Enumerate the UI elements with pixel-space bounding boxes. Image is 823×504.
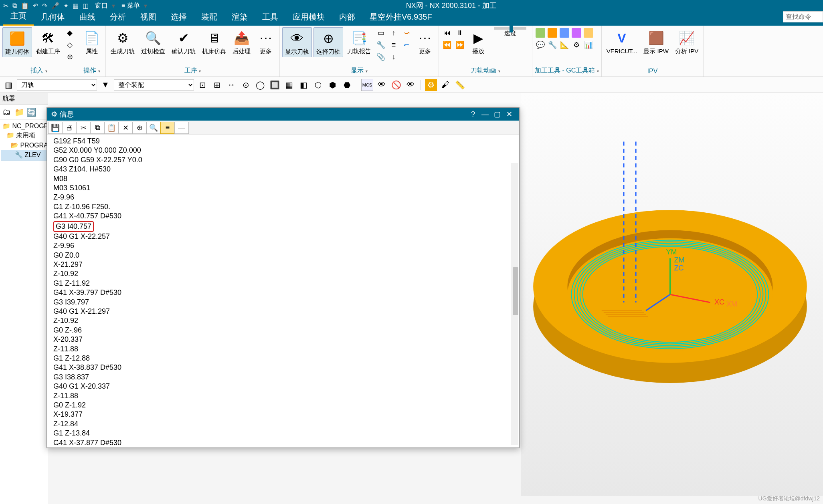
- chip-icon[interactable]: 📊: [583, 39, 594, 50]
- chip-icon[interactable]: [559, 27, 570, 38]
- chip-icon[interactable]: [571, 27, 582, 38]
- gcode-line[interactable]: G90 G0 G59 X-22.257 Y0.0: [53, 155, 513, 165]
- toolpath-report-button[interactable]: 📑刀轨报告: [345, 27, 374, 56]
- gear-icon[interactable]: ⚙: [425, 79, 437, 91]
- arc2-icon[interactable]: ⤺: [401, 39, 412, 50]
- gcode-line[interactable]: G3 I40.757: [53, 221, 513, 232]
- filter-select-1[interactable]: 刀轨: [17, 79, 97, 91]
- ruler-icon[interactable]: 📏: [454, 79, 466, 91]
- arrow-down-icon[interactable]: ↓: [388, 51, 399, 62]
- chip-icon[interactable]: ⚙: [571, 39, 582, 50]
- nav-icon[interactable]: 🗂: [2, 107, 12, 117]
- more-button[interactable]: ⋯更多: [255, 27, 277, 56]
- verify-button[interactable]: 🖥机床仿真: [200, 27, 228, 56]
- gcode-line[interactable]: G0 Z-1.92: [53, 401, 513, 410]
- generate-toolpath-button[interactable]: ⚙生成刀轨: [108, 27, 137, 56]
- play-button[interactable]: ▶播放: [467, 27, 489, 56]
- gcode-line[interactable]: G41 X-40.757 D#530: [53, 212, 513, 221]
- chevron-down-icon[interactable]: ▾: [144, 2, 147, 10]
- star-icon[interactable]: ✦: [63, 2, 69, 10]
- gcode-line[interactable]: G1 Z-13.84: [53, 429, 513, 438]
- find-icon[interactable]: 🔍: [146, 122, 161, 134]
- tab-2[interactable]: 曲线: [72, 9, 103, 26]
- chip-icon[interactable]: [535, 27, 546, 38]
- tool-icon[interactable]: ⊙: [240, 79, 252, 91]
- chip-icon[interactable]: 🔧: [547, 39, 558, 50]
- gcode-line[interactable]: Z-9.96: [53, 193, 513, 202]
- delete-icon[interactable]: ✕: [118, 122, 133, 134]
- chevron-down-icon[interactable]: ▾: [112, 2, 115, 10]
- tool-icon[interactable]: ⊡: [196, 79, 208, 91]
- tool-icon[interactable]: 🔲: [269, 79, 281, 91]
- tool-icon[interactable]: ⬢: [326, 79, 338, 91]
- gouge-check-button[interactable]: 🔍过切检查: [139, 27, 168, 56]
- gcode-line[interactable]: G40 G1 X-22.257: [53, 232, 513, 241]
- tab-1[interactable]: 几何体: [34, 9, 72, 26]
- tab-6[interactable]: 装配: [194, 9, 224, 26]
- gcode-line[interactable]: G1 Z-11.92: [53, 279, 513, 288]
- tab-11[interactable]: 星空外挂V6.935F: [362, 9, 439, 26]
- eye-icon[interactable]: 👁: [376, 79, 388, 91]
- pause-icon[interactable]: ⏸: [454, 27, 465, 38]
- save-icon[interactable]: 💾: [48, 122, 63, 134]
- funnel-icon[interactable]: ▼: [99, 79, 111, 91]
- gcode-line[interactable]: Z-12.84: [53, 419, 513, 429]
- arrow-up-icon[interactable]: ↑: [388, 27, 399, 38]
- select-toolpath-button[interactable]: ⊕选择刀轨: [313, 27, 343, 57]
- tool-icon[interactable]: ⬣: [341, 79, 353, 91]
- small-btn[interactable]: 🔧: [375, 39, 386, 50]
- print-icon[interactable]: 🖨: [62, 122, 77, 134]
- gcode-line[interactable]: G41 X-38.837 D#530: [53, 363, 513, 372]
- tab-10[interactable]: 内部: [332, 9, 362, 26]
- operation-tree[interactable]: 📁 NC_PROGR📁 未用项📂 PROGRA🔧 ZLEV: [0, 120, 48, 163]
- paste-icon[interactable]: 📋: [21, 2, 29, 10]
- redo-icon[interactable]: ↷: [42, 2, 47, 10]
- tab-4[interactable]: 视图: [133, 9, 164, 26]
- gcode-line[interactable]: G3 I38.837: [53, 373, 513, 382]
- cut-icon[interactable]: ✂: [76, 122, 91, 134]
- minus-icon[interactable]: —: [174, 122, 189, 134]
- mcs-icon[interactable]: MCS: [361, 79, 373, 91]
- nav-icon[interactable]: 📁: [14, 107, 24, 117]
- wrap-icon[interactable]: ≡: [160, 122, 175, 134]
- window-menu[interactable]: 窗口: [95, 2, 108, 10]
- tile-icon[interactable]: ▦: [73, 2, 79, 10]
- postprocess-button[interactable]: 📤后处理: [230, 27, 253, 56]
- create-geometry-button[interactable]: 🟧 建几何体: [2, 27, 32, 57]
- menu-button[interactable]: ≡ 菜单: [121, 2, 140, 10]
- filter-select-2[interactable]: 整个装配: [114, 79, 194, 91]
- tab-7[interactable]: 渲染: [224, 9, 255, 26]
- analyze-ipw-button[interactable]: 📈分析 IPV: [673, 27, 701, 56]
- command-search-input[interactable]: [783, 11, 823, 22]
- split-icon[interactable]: ◫: [83, 2, 89, 10]
- brush-icon[interactable]: 🖌: [439, 79, 451, 91]
- next-icon[interactable]: ⏩: [454, 39, 465, 50]
- close-icon[interactable]: ✕: [503, 110, 515, 119]
- chip-icon[interactable]: 💬: [535, 39, 546, 50]
- tab-0[interactable]: 主页: [3, 8, 34, 26]
- gcode-line[interactable]: X-19.377: [53, 410, 513, 419]
- tab-3[interactable]: 分析: [103, 9, 133, 26]
- gcode-line[interactable]: G41 X-39.797 D#530: [53, 288, 513, 297]
- maximize-icon[interactable]: ▢: [491, 110, 503, 119]
- minimize-icon[interactable]: —: [479, 110, 491, 119]
- properties-button[interactable]: 📄 属性: [81, 27, 103, 56]
- gcode-line[interactable]: G3 I39.797: [53, 298, 513, 307]
- show-toolpath-button[interactable]: 👁显示刀轨: [282, 27, 312, 57]
- tool-icon[interactable]: ◯: [254, 79, 266, 91]
- gcode-line[interactable]: X-20.337: [53, 335, 513, 344]
- copy-icon[interactable]: ⧉: [12, 2, 17, 9]
- gcode-line[interactable]: Z-10.92: [53, 316, 513, 325]
- small-btn[interactable]: ◆: [64, 27, 75, 38]
- chip-icon[interactable]: 📐: [559, 39, 570, 50]
- tool-icon[interactable]: ⊞: [211, 79, 223, 91]
- gcode-line[interactable]: M03 S1061: [53, 183, 513, 193]
- eye2-icon[interactable]: 👁: [404, 79, 417, 91]
- tool-icon[interactable]: ↔: [225, 79, 237, 91]
- tab-5[interactable]: 选择: [164, 9, 194, 26]
- tree-node[interactable]: 📁 未用项: [1, 131, 47, 141]
- eye-slash-icon[interactable]: 🚫: [390, 79, 402, 91]
- vericut-button[interactable]: VVERICUT...: [604, 27, 640, 56]
- mic-icon[interactable]: 🎤: [51, 2, 59, 10]
- tab-8[interactable]: 工具: [255, 9, 285, 26]
